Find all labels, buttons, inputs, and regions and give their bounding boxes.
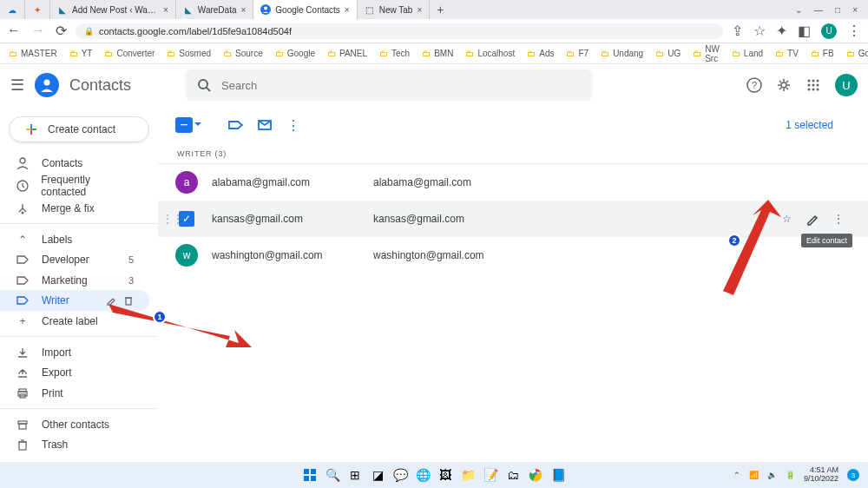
delete-label-icon[interactable] [123,295,134,306]
contact-row[interactable]: a alabama@gmail.com alabama@gmail.com [158,164,868,201]
star-icon[interactable]: ☆ [753,23,766,39]
app-icon[interactable]: 🗂 [504,466,522,484]
bookmark-folder[interactable]: 🗀F7 [566,49,589,58]
search-input[interactable] [221,79,581,92]
chat-icon[interactable]: 💬 [391,466,409,484]
start-icon[interactable] [301,466,319,484]
bookmark-folder[interactable]: 🗀Sosmed [167,49,211,58]
sidebar-other-contacts[interactable]: Other contacts [0,414,149,434]
manage-labels-button[interactable] [227,117,243,133]
settings-icon[interactable] [776,77,792,93]
bookmark-folder[interactable]: 🗀Tech [379,49,410,58]
bookmark-folder[interactable]: 🗀BMN [422,49,453,58]
bookmark-folder[interactable]: 🗀Source [223,49,263,58]
share-icon[interactable]: ⇪ [732,23,743,39]
bookmark-folder[interactable]: 🗀Google [275,49,315,58]
widgets-icon[interactable]: ◪ [369,466,386,484]
notification-badge[interactable]: 3 [847,469,859,481]
word-icon[interactable]: 📘 [549,466,567,484]
minimize-icon[interactable]: — [814,5,823,15]
drag-handle-icon[interactable]: ⋮⋮ [162,213,169,225]
profile-avatar[interactable]: U [821,23,837,39]
tray-chevron-icon[interactable]: ⌃ [733,471,740,479]
url-input[interactable]: 🔒 contacts.google.com/label/1d5fe9a1084d… [76,23,723,39]
close-icon[interactable]: × [241,5,247,15]
bookmark-folder[interactable]: 🗀Gov [846,49,868,58]
import-icon [16,346,30,359]
back-icon[interactable]: ← [7,23,21,39]
bookmark-folder[interactable]: 🗀FB [811,49,834,58]
taskview-icon[interactable]: ⊞ [346,466,364,484]
chrome-icon[interactable] [527,466,544,484]
sidebar-contacts[interactable]: Contacts [0,153,149,173]
sidebar-label-writer[interactable]: Writer [0,290,149,310]
bookmark-folder[interactable]: 🗀NW Src [693,44,720,63]
apps-icon[interactable] [806,77,821,93]
star-icon[interactable]: ☆ [782,213,792,225]
bookmark-folder[interactable]: 🗀Ads [527,49,554,58]
sidepanel-icon[interactable]: ◧ [798,23,811,39]
sidebar-export[interactable]: Export [0,363,149,383]
contact-row[interactable]: ⋮⋮ ✓ kansas@gmail.com kansas@gmail.com ☆… [158,201,868,237]
bookmark-folder[interactable]: 🗀Undang [601,49,643,58]
tab-google-contacts[interactable]: Google Contacts × [253,0,357,19]
explorer-icon[interactable]: 📁 [459,466,477,484]
edge-icon[interactable]: 🌐 [414,466,431,484]
bookmark-folder[interactable]: 🗀Land [732,49,763,58]
bookmark-folder[interactable]: 🗀TV [775,49,799,58]
more-icon[interactable]: ⋮ [833,213,844,225]
tab-new[interactable]: ⬚ New Tab × [358,0,431,19]
tab-waredata-post[interactable]: ◣ Add New Post ‹ WareData — W… × [50,0,176,19]
sidebar-labels-header[interactable]: ⌃ Labels [0,229,149,249]
selection-chip[interactable]: − [175,117,193,133]
close-icon[interactable]: × [163,5,168,15]
bookmark-folder[interactable]: 🗀MASTER [9,49,57,58]
sidebar-merge[interactable]: Merge & fix [0,198,149,218]
sidebar-create-label[interactable]: + Create label [0,311,149,331]
bookmark-folder[interactable]: 🗀PANEL [327,49,367,58]
battery-icon[interactable]: 🔋 [786,471,795,479]
tab-spark[interactable]: ✦ [25,0,50,19]
edit-icon[interactable] [806,212,819,226]
sidebar-frequent[interactable]: Frequently contacted [0,174,149,198]
tab-waredata[interactable]: ◣ WareData × [176,0,254,19]
maximize-icon[interactable]: □ [835,5,840,15]
bookmark-folder[interactable]: 🗀Localhost [465,49,515,58]
close-window-icon[interactable]: × [852,5,858,15]
edit-label-icon[interactable] [106,295,116,306]
tab-cloud[interactable]: ☁ [0,0,25,19]
search-icon[interactable]: 🔍 [324,466,341,484]
export-icon [16,366,30,379]
contact-row[interactable]: w washington@gmail.com washington@gmail.… [158,237,868,274]
extensions-icon[interactable]: ✦ [776,23,787,39]
menu-icon[interactable]: ☰ [10,76,24,95]
svg-point-10 [817,80,819,82]
bookmark-folder[interactable]: 🗀Converter [104,49,155,58]
bookmark-folder[interactable]: 🗀UG [655,49,681,58]
forward-icon[interactable]: → [31,23,45,39]
close-icon[interactable]: × [417,5,422,15]
more-icon[interactable]: ⋮ [847,23,861,39]
contact-email: alabama@gmail.com [373,176,851,188]
sidebar-label-developer[interactable]: Developer 5 [0,250,149,270]
bookmark-folder[interactable]: 🗀YT [69,49,93,58]
user-avatar[interactable]: U [835,74,858,96]
sidebar-trash[interactable]: Trash [0,435,149,455]
volume-icon[interactable]: 🔈 [767,471,777,479]
sidebar-import[interactable]: Import [0,342,149,362]
sidebar-label-marketing[interactable]: Marketing 3 [0,270,149,290]
system-clock[interactable]: 4:51 AM 9/10/2022 [804,466,838,484]
new-tab-button[interactable]: + [437,3,444,16]
create-contact-button[interactable]: Create contact [9,116,149,142]
email-button[interactable] [257,117,273,133]
sidebar-print[interactable]: Print [0,383,149,403]
app-icon[interactable]: 🖼 [437,466,454,484]
search-box[interactable] [185,69,593,101]
help-icon[interactable]: ? [746,77,762,93]
chevron-down-icon[interactable]: ⌄ [795,5,802,15]
reload-icon[interactable]: ⟳ [56,23,67,39]
close-icon[interactable]: × [345,5,350,15]
wifi-icon[interactable]: 📶 [749,471,759,479]
more-actions-button[interactable]: ⋮ [286,117,300,134]
notepad-icon[interactable]: 📝 [482,466,499,484]
